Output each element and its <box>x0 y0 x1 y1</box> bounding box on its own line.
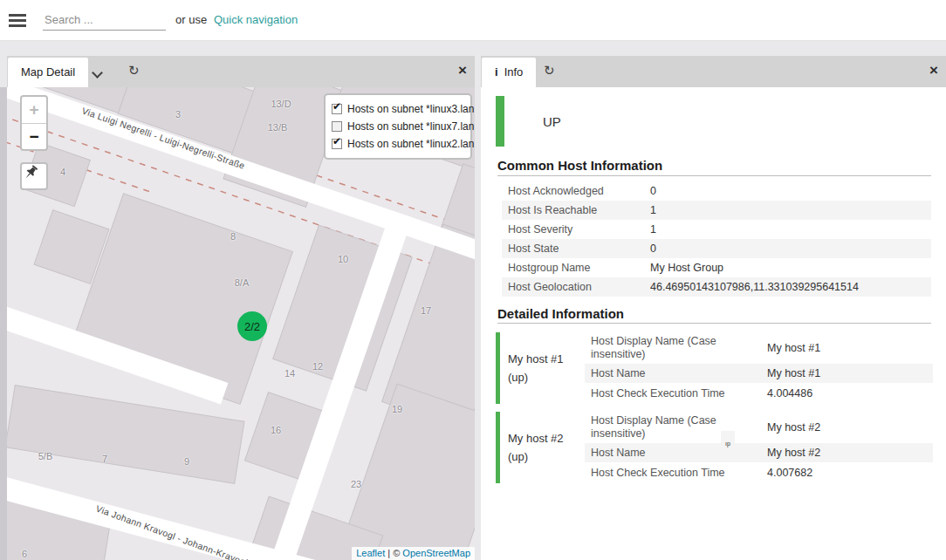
row-label: Host Name <box>585 447 767 460</box>
row-value: 0 <box>650 185 656 197</box>
detailed-hosts: My host #1(up)Host Display Name (Case in… <box>496 332 933 491</box>
row-value: 4.007682 <box>767 467 812 479</box>
layer-label: Hosts on subnet *linux3.lan <box>347 103 474 115</box>
building-number: 6 <box>22 549 27 559</box>
checkbox-icon[interactable]: ✔ <box>332 139 342 149</box>
row-label: Host Display Name (Case insensitive) <box>585 335 767 361</box>
attribution-separator: | © <box>385 548 402 558</box>
row-value: 46.46950143107986,11.331039295641514 <box>650 281 859 293</box>
pushpin-icon <box>22 164 39 181</box>
table-row: Hostgroup NameMy Host Group <box>502 258 931 277</box>
row-label: Host Is Reachable <box>502 204 650 216</box>
host-name-cell: My host #2(up) <box>508 429 564 466</box>
building-number: 8/A <box>235 277 250 288</box>
building-number: 23 <box>351 479 361 489</box>
table-row: Host NameMy host #2 <box>585 443 933 462</box>
host-block: My host #1(up)Host Display Name (Case in… <box>496 332 933 404</box>
building-number: 16 <box>271 425 281 435</box>
tab-map-detail[interactable]: Map Detail <box>8 58 88 87</box>
info-icon: i <box>495 65 498 79</box>
common-host-heading: Common Host Information <box>497 158 662 173</box>
layer-toggle[interactable]: ✔Hosts on subnet *linux2.lan <box>332 135 463 153</box>
table-row: Host NameMy host #1 <box>585 364 933 383</box>
building-number: 5/B <box>38 451 53 461</box>
building-number: 12 <box>312 361 323 372</box>
building-number: 10 <box>338 254 348 264</box>
row-label: Host Check Execution Time <box>585 467 767 480</box>
layer-toggle[interactable]: Hosts on subnet *linux7.lan <box>332 118 463 135</box>
check-icon: ✔ <box>332 100 341 113</box>
row-value: My host #2 <box>767 447 820 459</box>
row-value: My Host Group <box>650 262 723 274</box>
close-icon[interactable]: × <box>458 62 467 79</box>
zoom-out-button[interactable]: − <box>22 123 46 149</box>
detailed-info-heading: Detailed Information <box>497 306 624 321</box>
host-state: (up) <box>508 447 564 466</box>
row-value: My host #1 <box>767 342 820 354</box>
quick-navigation-link[interactable]: Quick navigation <box>214 13 298 26</box>
layer-label: Hosts on subnet *linux7.lan <box>347 120 474 133</box>
host-cluster-marker[interactable]: 2/2 <box>237 311 267 341</box>
table-row: Host Check Execution Time4.007682 <box>585 462 933 483</box>
layer-control: ✔Hosts on subnet *linux3.lanHosts on sub… <box>324 93 472 160</box>
menu-icon[interactable] <box>9 11 28 29</box>
table-row: Host Acknowledged0 <box>502 181 931 201</box>
building-number: 7 <box>102 454 107 464</box>
table-row: Host Severity1 <box>502 220 931 239</box>
row-value: My host #1 <box>767 367 820 379</box>
pin-button[interactable] <box>20 162 48 190</box>
row-value: 0 <box>650 242 656 255</box>
tab-info[interactable]: iInfo <box>482 58 536 87</box>
host-name-cell: My host #1(up) <box>508 350 564 386</box>
tab-info-label: Info <box>504 65 524 79</box>
checkbox-icon[interactable]: ✔ <box>332 104 342 114</box>
info-panel: iInfo ↻ × UP Common Host Information Hos… <box>481 56 946 560</box>
row-label: Host Name <box>585 367 767 380</box>
building-number: 13/D <box>271 99 291 109</box>
checkbox-icon[interactable] <box>332 121 342 132</box>
building-number: 4 <box>60 167 65 177</box>
map-panel-header: Map Detail ↻ × <box>7 56 475 87</box>
host-block: My host #2(up)Host Display Name (Case in… <box>496 412 933 483</box>
or-use-label: or use <box>175 13 207 26</box>
info-panel-body: UP Common Host Information Host Acknowle… <box>481 87 946 560</box>
map-tile-void <box>0 87 7 560</box>
row-value: 1 <box>650 204 656 216</box>
heading-rule <box>497 175 931 176</box>
building-number: 13/B <box>268 122 288 133</box>
row-label: Host Display Name (Case insensitive) <box>585 414 767 440</box>
building-number: 19 <box>392 404 402 414</box>
row-label: Host State <box>502 242 650 255</box>
osm-link[interactable]: OpenStreetMap <box>402 548 470 558</box>
refresh-icon[interactable]: ↻ <box>128 63 140 79</box>
layer-toggle[interactable]: ✔Hosts on subnet *linux3.lan <box>332 100 463 118</box>
map-canvas[interactable]: Via Luigi Negrelli - Luigi-Negrelli-Stra… <box>7 87 475 560</box>
host-name: My host #1 <box>508 350 564 368</box>
row-value: 1 <box>650 223 656 236</box>
content-area: Map Detail ↻ × <box>0 41 946 560</box>
close-icon[interactable]: × <box>929 62 938 79</box>
refresh-icon[interactable]: ↻ <box>544 63 555 79</box>
row-label: Host Geolocation <box>502 281 650 293</box>
search-input[interactable] <box>43 8 166 31</box>
building-number: 3 <box>175 109 181 120</box>
host-status: UP <box>543 114 561 129</box>
row-label: Hostgroup Name <box>502 262 650 274</box>
render-artifact: ıp <box>721 431 735 447</box>
chevron-down-icon[interactable] <box>92 67 103 79</box>
layer-label: Hosts on subnet *linux2.lan <box>347 138 474 150</box>
check-icon: ✔ <box>332 135 341 147</box>
row-value: My host #2 <box>767 421 820 434</box>
building-number: 9 <box>184 456 189 467</box>
heading-rule <box>497 323 931 324</box>
building-number: 17 <box>421 305 431 316</box>
host-state: (up) <box>508 368 564 386</box>
table-row: Host Display Name (Case insensitive)My h… <box>585 412 933 443</box>
tab-map-detail-label: Map Detail <box>21 65 75 79</box>
info-panel-header: iInfo ↻ × <box>481 56 946 87</box>
topbar: or use Quick navigation <box>0 0 946 41</box>
zoom-control: + − <box>20 95 48 151</box>
leaflet-link[interactable]: Leaflet <box>356 548 385 558</box>
table-row: Host Is Reachable1 <box>502 201 931 220</box>
zoom-in-button[interactable]: + <box>22 97 46 123</box>
